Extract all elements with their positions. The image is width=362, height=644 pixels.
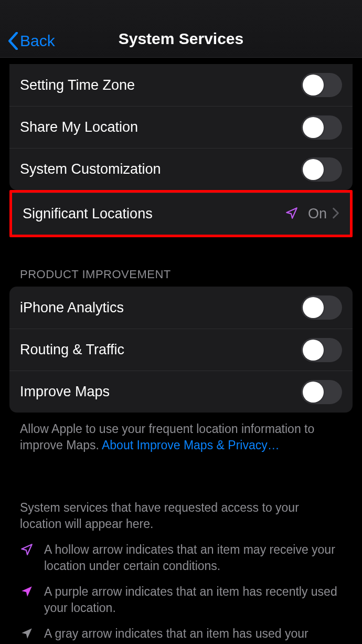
location-arrow-gray-icon: [20, 627, 38, 644]
location-arrow-hollow-icon: [20, 543, 38, 561]
row-label: iPhone Analytics: [20, 300, 301, 316]
legend-intro: System services that have requested acce…: [20, 500, 342, 532]
toggle-routing-traffic[interactable]: [301, 338, 342, 362]
location-arrow-hollow-icon: [285, 206, 299, 222]
row-setting-time-zone: Setting Time Zone: [9, 64, 353, 106]
nav-bar: Back System Services: [0, 0, 362, 58]
row-share-my-location: Share My Location: [9, 106, 353, 148]
row-routing-traffic: Routing & Traffic: [9, 329, 353, 371]
toggle-improve-maps[interactable]: [301, 380, 342, 404]
legend-text: A purple arrow indicates that an item ha…: [44, 584, 342, 616]
location-arrow-purple-icon: [20, 585, 38, 603]
toggle-setting-time-zone[interactable]: [301, 73, 342, 97]
section-header-product-improvement: PRODUCT IMPROVEMENT: [0, 237, 362, 287]
legend-text: A hollow arrow indicates that an item ma…: [44, 542, 342, 574]
row-label: Share My Location: [20, 119, 301, 135]
chevron-left-icon: [7, 32, 19, 50]
row-value: On: [308, 206, 327, 222]
chevron-right-icon: [332, 207, 339, 221]
toggle-share-my-location[interactable]: [301, 115, 342, 140]
toggle-system-customization[interactable]: [301, 157, 342, 182]
row-label: Setting Time Zone: [20, 77, 301, 93]
legend: System services that have requested acce…: [0, 490, 362, 644]
highlighted-significant-locations: Significant Locations On: [9, 190, 353, 237]
product-improvement-group: iPhone Analytics Routing & Traffic Impro…: [9, 287, 353, 413]
row-label: System Customization: [20, 161, 301, 177]
page-title: System Services: [119, 30, 244, 48]
toggle-iphone-analytics[interactable]: [301, 295, 342, 320]
legend-text: A gray arrow indicates that an item has …: [44, 626, 342, 644]
legend-row-purple: A purple arrow indicates that an item ha…: [20, 584, 342, 616]
back-button[interactable]: Back: [7, 32, 55, 50]
improve-maps-footer: Allow Apple to use your frequent locatio…: [0, 413, 362, 453]
row-label: Significant Locations: [23, 206, 285, 222]
row-iphone-analytics: iPhone Analytics: [9, 287, 353, 329]
legend-row-hollow: A hollow arrow indicates that an item ma…: [20, 542, 342, 574]
back-label: Back: [20, 32, 55, 50]
improve-maps-privacy-link[interactable]: About Improve Maps & Privacy…: [102, 438, 280, 452]
row-significant-locations[interactable]: Significant Locations On: [12, 193, 350, 235]
row-label: Improve Maps: [20, 384, 301, 400]
row-improve-maps: Improve Maps: [9, 371, 353, 413]
system-services-group: Setting Time Zone Share My Location Syst…: [9, 64, 353, 190]
row-label: Routing & Traffic: [20, 342, 301, 358]
legend-row-gray: A gray arrow indicates that an item has …: [20, 626, 342, 644]
row-system-customization: System Customization: [9, 148, 353, 190]
